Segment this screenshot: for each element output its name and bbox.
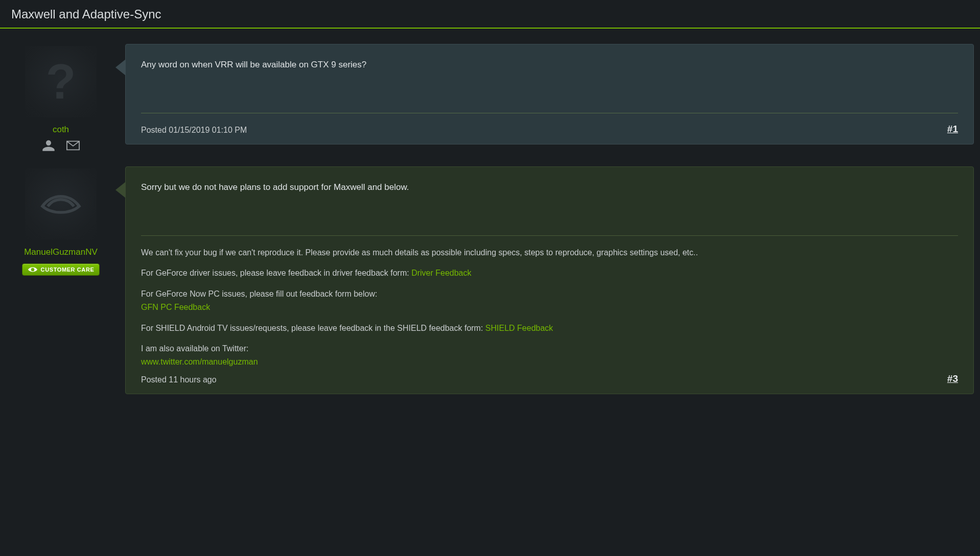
shield-feedback-link[interactable]: SHIELD Feedback	[485, 324, 553, 332]
twitter-link[interactable]: www.twitter.com/manuelguzman	[141, 357, 258, 366]
nvidia-eye-icon	[40, 189, 81, 220]
avatar-nvidia	[25, 168, 97, 240]
signature-text: I am also available on Twitter:	[141, 344, 248, 353]
post-body: Any word on when VRR will be available o…	[125, 44, 974, 144]
author-name-link[interactable]: ManuelGuzmanNV	[6, 247, 115, 257]
thread-title: Maxwell and Adaptive-Sync	[0, 0, 980, 28]
gfn-feedback-link[interactable]: GFN PC Feedback	[141, 303, 210, 311]
speech-arrow-icon	[115, 182, 126, 198]
profile-icon[interactable]	[42, 140, 55, 151]
posted-timestamp: Posted 11 hours ago	[141, 375, 217, 384]
post-divider	[141, 235, 958, 236]
author-name-link[interactable]: coth	[6, 125, 115, 135]
badge-label: CUSTOMER CARE	[41, 267, 95, 273]
signature-text: For GeForce Now PC issues, please fill o…	[141, 289, 377, 298]
author-column: ManuelGuzmanNV CUSTOMER CARE	[6, 166, 115, 276]
post-signature: We can't fix your bug if we can't reprod…	[141, 246, 958, 369]
post-footer: Posted 11 hours ago #3	[141, 373, 958, 384]
post-permalink[interactable]: #3	[947, 373, 958, 384]
post-permalink[interactable]: #1	[947, 124, 958, 135]
post-text: Sorry but we do not have plans to add su…	[141, 181, 958, 227]
post-footer: Posted 01/15/2019 01:10 PM #1	[141, 124, 958, 135]
signature-line: We can't fix your bug if we can't reprod…	[141, 246, 958, 259]
post-row: ManuelGuzmanNV CUSTOMER CARE Sorry but w…	[6, 166, 974, 394]
signature-text: For GeForce driver issues, please leave …	[141, 269, 411, 277]
signature-line: I am also available on Twitter: www.twit…	[141, 342, 958, 369]
signature-line: For SHIELD Android TV issues/requests, p…	[141, 322, 958, 335]
signature-line: For GeForce Now PC issues, please fill o…	[141, 287, 958, 315]
signature-line: For GeForce driver issues, please leave …	[141, 267, 958, 280]
post-divider	[141, 113, 958, 113]
nvidia-eye-icon	[28, 266, 38, 273]
question-mark-icon: ?	[46, 57, 76, 106]
signature-text: For SHIELD Android TV issues/requests, p…	[141, 324, 485, 332]
post-body: Sorry but we do not have plans to add su…	[125, 166, 974, 394]
avatar-unknown: ?	[25, 46, 97, 117]
customer-care-badge: CUSTOMER CARE	[22, 263, 100, 276]
author-action-icons	[6, 140, 115, 151]
driver-feedback-link[interactable]: Driver Feedback	[411, 269, 471, 277]
posts-container: ? coth Any word on when VRR will be avai…	[0, 29, 980, 425]
message-icon[interactable]	[66, 140, 80, 151]
post-text: Any word on when VRR will be available o…	[141, 59, 958, 105]
speech-arrow-icon	[115, 59, 126, 76]
post-row: ? coth Any word on when VRR will be avai…	[6, 44, 974, 151]
posted-timestamp: Posted 01/15/2019 01:10 PM	[141, 126, 247, 135]
author-column: ? coth	[6, 44, 115, 151]
